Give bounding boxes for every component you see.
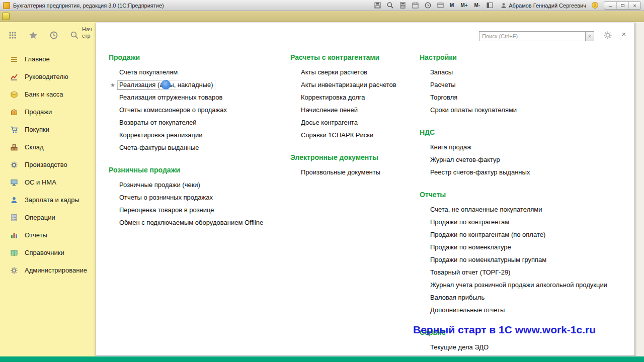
calculator-icon[interactable] (397, 1, 408, 10)
menu-grid-icon[interactable] (6, 29, 19, 41)
menu-link-label: Отчеты о розничных продажах (118, 193, 214, 202)
sales-box-icon (10, 108, 18, 116)
history-clock-icon[interactable] (47, 29, 60, 41)
sidebar-item-os-i-nma[interactable]: ОС и НМА (0, 173, 96, 191)
home-list-icon (10, 55, 18, 63)
sidebar-item-bank-i-kassa[interactable]: Банк и касса (0, 85, 96, 103)
main-menu-icon[interactable] (2, 13, 10, 20)
start-page-tab[interactable]: Нач стр (82, 26, 95, 39)
menu-link[interactable]: Справки 1СПАРК Риски (299, 129, 375, 141)
sidebar-item-sklad[interactable]: Склад (0, 138, 96, 156)
menu-link-label: Корректировка долга (299, 93, 367, 102)
menu-link[interactable]: Дополнительные отчеты (429, 304, 506, 316)
bottom-bar (0, 356, 644, 362)
menu-link[interactable]: Обмен с подключаемым оборудованием Offli… (118, 216, 265, 229)
save-icon[interactable] (372, 1, 383, 10)
sidebar-item-administrirovanie[interactable]: Администрирование (0, 261, 96, 279)
search-input[interactable] (479, 31, 586, 41)
menu-link[interactable]: Корректировка реализации (118, 129, 204, 141)
memory-m-minus-button[interactable]: M- (472, 3, 483, 8)
sidebar-item-zarplata-i-kadry[interactable]: Зарплата и кадры (0, 191, 96, 209)
minimize-button[interactable]: – (604, 2, 616, 9)
section-title: Продажи (109, 53, 282, 61)
sidebar-item-otchety[interactable]: Отчеты (0, 226, 96, 244)
section-links: Розничные продажи (чеки)Отчеты о розничн… (109, 178, 282, 229)
section-title: НДС (420, 128, 633, 136)
search-magnifier-icon[interactable] (68, 29, 80, 41)
section-sales: Продажи Счета покупателям★Реализация (ак… (109, 53, 282, 154)
user-icon (501, 3, 507, 9)
favorites-star-icon[interactable] (27, 29, 39, 41)
menu-link[interactable]: Розничные продажи (чеки) (118, 178, 202, 191)
menu-link[interactable]: Счета покупателям (118, 66, 179, 78)
menu-link[interactable]: Журнал счетов-фактур (429, 153, 502, 166)
search-clear-icon[interactable]: × (586, 31, 594, 41)
menu-link[interactable]: Текущие дела ЭДО (429, 341, 490, 353)
info-icon[interactable]: i (592, 2, 598, 9)
menu-link[interactable]: Акты сверки расчетов (299, 66, 369, 78)
app-1c-icon (3, 2, 10, 9)
menu-link-label: Начисление пеней (299, 106, 359, 114)
menu-link[interactable]: Акты инвентаризации расчетов (299, 78, 398, 91)
menu-link-label: Счета-фактуры выданные (118, 143, 201, 152)
menu-link[interactable]: ★Реализация (акты, накладные) (118, 78, 215, 91)
menu-link[interactable]: Продажи по номенклатуре (429, 241, 513, 253)
sidebar-item-rukovoditelyu[interactable]: Руководителю (0, 68, 96, 85)
panel-close-icon[interactable]: × (619, 30, 628, 38)
show-panel-icon[interactable] (484, 1, 495, 10)
menu-link[interactable]: Запасы (429, 66, 454, 78)
calendar-icon[interactable] (410, 1, 421, 10)
menu-link[interactable]: Валовая прибыль (429, 291, 486, 304)
sidebar-item-prodazhi[interactable]: Продажи (0, 103, 96, 121)
menu-link[interactable]: Расчеты (429, 78, 457, 91)
sidebar-item-pokupki[interactable]: Покупки (0, 121, 96, 138)
menu-link[interactable]: Возвраты от покупателей (118, 116, 198, 129)
section-retail-sales: Розничные продажи Розничные продажи (чек… (109, 166, 282, 229)
sections-sidebar: Нач стр Главное Руководителю Банк и касс… (0, 22, 96, 356)
menu-link[interactable]: Отчеты о розничных продажах (118, 191, 214, 204)
menu-link[interactable]: Счета-фактуры выданные (118, 141, 201, 154)
menu-link[interactable]: Счета, не оплаченные покупателями (429, 203, 543, 216)
assets-monitor-icon (10, 178, 18, 187)
menu-link[interactable]: Корректировка долга (299, 91, 367, 104)
menu-link[interactable]: Начисление пеней (299, 104, 359, 116)
sidebar-tools (0, 22, 96, 44)
menu-link-label: Корректировка реализации (118, 131, 204, 139)
sidebar-item-operacii[interactable]: Операции (0, 209, 96, 226)
menu-link[interactable]: Продажи по контрагентам (по оплате) (429, 228, 547, 241)
menu-link[interactable]: Продажи по контрагентам (429, 216, 511, 228)
sidebar-item-glavnoe[interactable]: Главное (0, 50, 96, 68)
section-counterparty-settlements: Расчеты с контрагентами Акты сверки расч… (290, 53, 416, 141)
menu-link-label: Обмен с подключаемым оборудованием Offli… (118, 218, 265, 227)
sidebar-item-spravochniki[interactable]: Справочники (0, 244, 96, 261)
menu-link[interactable]: Книга продаж (429, 141, 473, 153)
menu-link[interactable]: Реализация отгруженных товаров (118, 91, 224, 104)
section-title: Розничные продажи (109, 166, 282, 174)
menu-link-label: Справки 1СПАРК Риски (299, 131, 375, 139)
close-button[interactable]: × (628, 2, 640, 9)
menu-link-label: Журнал счетов-фактур (429, 155, 502, 164)
menu-link-label: Отчеты комиссионеров о продажах (118, 106, 228, 114)
menu-link[interactable]: Переоценка товаров в рознице (118, 204, 216, 216)
panel-icon[interactable] (435, 1, 446, 10)
menu-link[interactable]: Произвольные документы (299, 166, 382, 178)
memory-m-plus-button[interactable]: M+ (458, 3, 470, 8)
favorite-star-icon[interactable]: ★ (110, 79, 115, 92)
menu-link[interactable]: Торговля (429, 91, 459, 104)
menu-link[interactable]: Отчеты комиссионеров о продажах (118, 104, 228, 116)
menu-link[interactable]: Журнал учета розничной продажи алкогольн… (429, 279, 609, 291)
restore-button[interactable] (616, 2, 628, 9)
sidebar-item-proizvodstvo[interactable]: Производство (0, 156, 96, 173)
settings-gear-icon[interactable] (603, 31, 612, 40)
menu-link[interactable]: Реестр счетов-фактур выданных (429, 166, 531, 178)
menu-link[interactable]: Продажи по номенклатурным группам (429, 253, 548, 266)
memory-m-button[interactable]: M (447, 3, 456, 8)
current-user[interactable]: Абрамов Геннадий Сергеевич (501, 3, 586, 9)
find-icon[interactable] (384, 1, 395, 10)
history-icon[interactable] (422, 1, 433, 10)
menu-link-label: Продажи по номенклатурным группам (429, 255, 548, 264)
menu-link[interactable]: Досье контрагента (299, 116, 359, 129)
menu-link-label: Торговля (429, 93, 459, 102)
menu-link[interactable]: Товарный отчет (ТОРГ-29) (429, 266, 512, 279)
menu-link[interactable]: Сроки оплаты покупателями (429, 104, 518, 116)
